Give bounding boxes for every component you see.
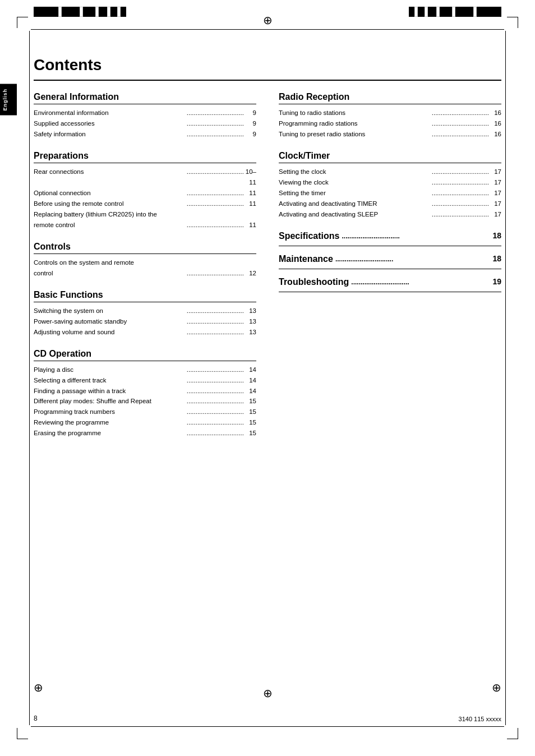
toc-entry-text: control <box>34 268 186 279</box>
toc-dots: ................................ <box>186 199 245 209</box>
toc-page: 13 <box>245 327 256 338</box>
crosshair-bottom-left: ⊕ <box>34 681 43 694</box>
standalone-dots: ............................... <box>349 277 492 287</box>
toc-entry-text: Power-saving automatic standby <box>34 316 186 327</box>
toc-page: 9 <box>245 129 256 140</box>
block <box>110 7 117 17</box>
section-title-basic-functions: Basic Functions <box>34 290 256 302</box>
toc-entry: Selecting a different track ............… <box>34 375 256 386</box>
toc-dots: ................................ <box>186 108 245 118</box>
toc-dots: ................................ <box>186 428 245 439</box>
toc-entry: Controls on the system and remote <box>34 257 256 268</box>
toc-page: 11 <box>245 220 256 231</box>
contents-columns: General InformationEnvironmental informa… <box>34 92 501 450</box>
toc-entry: Playing a disc .........................… <box>34 365 256 375</box>
header-bar: ⊕ <box>34 6 501 18</box>
toc-entry-text: Safety information <box>34 129 186 140</box>
corner-br <box>507 728 518 739</box>
section-specifications: Specifications .........................… <box>279 231 501 246</box>
toc-entry-text: Reviewing the programme <box>34 417 186 428</box>
section-title-cd-operation: CD Operation <box>34 349 256 361</box>
doc-number: 3140 115 xxxxx <box>459 716 501 722</box>
toc-entry-text: Tuning to radio stations <box>279 108 431 118</box>
toc-page: 9 <box>245 118 256 129</box>
toc-page: 17 <box>490 177 501 188</box>
block <box>440 7 452 17</box>
section-title-general-information: General Information <box>34 92 256 104</box>
toc-page: 17 <box>490 167 501 177</box>
toc-dots: ................................ <box>431 129 490 140</box>
toc-dots: ................................ <box>431 108 490 118</box>
toc-entry-text: Controls on the system and remote <box>34 257 256 268</box>
toc-entry: Adjusting volume and sound .............… <box>34 327 256 338</box>
vline-left <box>29 31 30 725</box>
corner-tr <box>507 17 518 28</box>
toc-page: 11 <box>245 199 256 209</box>
standalone-title-maintenance: Maintenance ............................… <box>279 254 501 264</box>
section-maintenance: Maintenance ............................… <box>279 254 501 269</box>
standalone-page: 18 <box>492 231 501 241</box>
toc-entry-text: Different play modes: Shuffle and Repeat <box>34 396 186 407</box>
standalone-page: 18 <box>492 254 501 264</box>
toc-dots: ................................ <box>186 386 245 397</box>
toc-page: 14 <box>245 375 256 386</box>
crosshair-bottom-center: ⊕ <box>263 686 273 700</box>
toc-dots: ................................ <box>186 365 245 375</box>
toc-page: 15 <box>245 396 256 407</box>
crosshair-bottom-right: ⊕ <box>492 681 501 694</box>
block <box>455 7 473 17</box>
hline-bottom <box>31 726 504 727</box>
toc-dots: ................................ <box>431 199 490 209</box>
standalone-title-text: Troubleshooting <box>279 277 349 287</box>
toc-entry-text: Selecting a different track <box>34 375 186 386</box>
toc-page: 13 <box>245 316 256 327</box>
title-divider <box>34 80 501 81</box>
block <box>121 7 126 17</box>
toc-dots: ................................ <box>186 129 245 140</box>
corner-tl <box>17 17 28 28</box>
col-left: General InformationEnvironmental informa… <box>34 92 256 450</box>
toc-page: 17 <box>490 199 501 209</box>
section-clock-timer: Clock/TimerSetting the clock ...........… <box>279 151 501 220</box>
toc-entry: Reviewing the programme ................… <box>34 417 256 428</box>
toc-entry: Setting the timer ......................… <box>279 188 501 199</box>
toc-page: 16 <box>490 118 501 129</box>
toc-dots: ................................ <box>431 209 490 220</box>
section-general-information: General InformationEnvironmental informa… <box>34 92 256 140</box>
toc-page: 17 <box>490 188 501 199</box>
standalone-dots: ............................... <box>333 254 493 264</box>
toc-entry: control ................................… <box>34 268 256 279</box>
toc-dots: ................................ <box>186 375 245 386</box>
toc-page: 11 <box>245 188 256 199</box>
toc-entry-text: Before using the remote control <box>34 199 186 209</box>
toc-page: 10–11 <box>245 167 256 188</box>
toc-dots: ................................ <box>186 396 245 407</box>
side-tab: English <box>0 84 17 116</box>
page-title: Contents <box>34 56 501 74</box>
toc-dots: ................................ <box>431 177 490 188</box>
vline-right <box>505 31 506 725</box>
toc-entry-text: Programming track numbers <box>34 407 186 417</box>
toc-dots: ................................ <box>431 167 490 177</box>
toc-dots: ................................ <box>186 188 245 199</box>
toc-entry-text: Optional connection <box>34 188 186 199</box>
toc-page: 16 <box>490 129 501 140</box>
toc-entry: Tuning to preset radio stations ........… <box>279 129 501 140</box>
corner-bl <box>17 728 28 739</box>
standalone-title-troubleshooting: Troubleshooting ........................… <box>279 277 501 287</box>
toc-page: 14 <box>245 365 256 375</box>
section-title-radio-reception: Radio Reception <box>279 92 501 104</box>
toc-entry: Programming track numbers ..............… <box>34 407 256 417</box>
toc-entry-text: Replacing battery (lithium CR2025) into … <box>34 209 256 220</box>
standalone-title-text: Maintenance <box>279 254 333 264</box>
toc-entry: Activating and deactivating SLEEP ......… <box>279 209 501 220</box>
section-cd-operation: CD OperationPlaying a disc .............… <box>34 349 256 439</box>
toc-entry: Setting the clock ......................… <box>279 167 501 177</box>
toc-entry: Tuning to radio stations ...............… <box>279 108 501 118</box>
col-right: Radio ReceptionTuning to radio stations … <box>279 92 501 450</box>
block <box>477 7 501 17</box>
toc-page: 17 <box>490 209 501 220</box>
hline-top <box>31 29 504 30</box>
toc-entry-text: Activating and deactivating SLEEP <box>279 209 431 220</box>
crosshair-top: ⊕ <box>263 13 273 27</box>
